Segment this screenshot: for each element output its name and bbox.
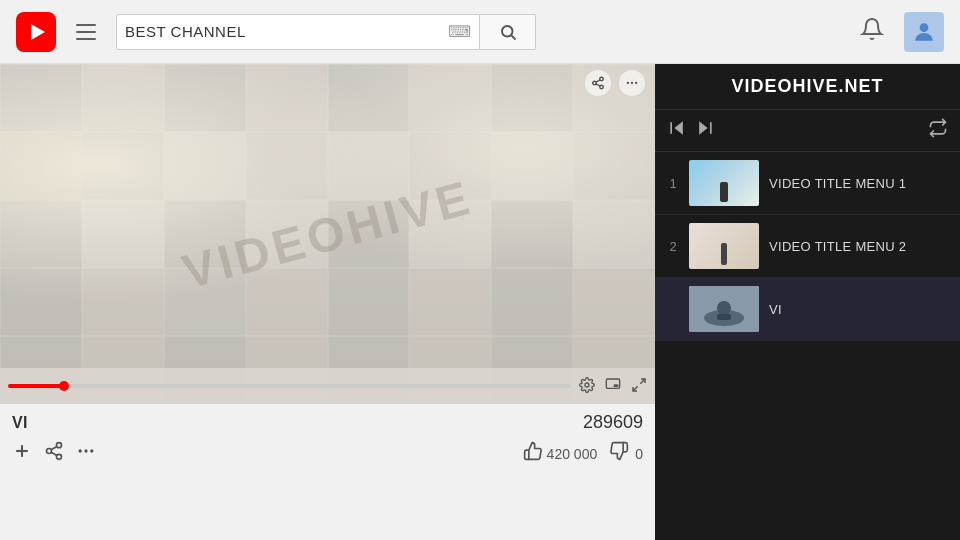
svg-point-19 bbox=[47, 449, 52, 454]
svg-point-11 bbox=[585, 383, 589, 387]
navbar: BEST CHANNEL ⌨ bbox=[0, 0, 960, 64]
playlist-title-3: VI bbox=[769, 302, 948, 317]
search-box[interactable]: BEST CHANNEL ⌨ bbox=[116, 14, 480, 50]
avatar-person-icon bbox=[911, 19, 937, 45]
svg-point-23 bbox=[79, 449, 82, 452]
share-overlay-icon[interactable] bbox=[585, 70, 611, 96]
svg-point-10 bbox=[635, 82, 637, 84]
settings-icon[interactable] bbox=[579, 377, 595, 396]
svg-line-6 bbox=[596, 84, 600, 86]
video-info: VI 289609 bbox=[0, 404, 655, 437]
progress-dot bbox=[59, 381, 69, 391]
video-controls bbox=[0, 368, 655, 404]
thumb-3-content bbox=[689, 286, 759, 332]
playlist-sidebar: VIDEOHIVE.NET bbox=[655, 64, 960, 540]
svg-point-20 bbox=[57, 454, 62, 459]
hamburger-menu[interactable] bbox=[68, 16, 104, 48]
play-triangle bbox=[31, 24, 45, 40]
notification-bell[interactable] bbox=[860, 17, 884, 47]
hamburger-line-3 bbox=[76, 38, 96, 40]
playlist-title-1: VIDEO TITLE MENU 1 bbox=[769, 176, 948, 191]
svg-line-21 bbox=[51, 452, 57, 455]
keyboard-icon: ⌨ bbox=[448, 22, 471, 41]
svg-marker-28 bbox=[699, 121, 707, 134]
more-button[interactable] bbox=[76, 441, 96, 466]
progress-fill bbox=[8, 384, 64, 388]
main-content: Videohive bbox=[0, 64, 960, 540]
progress-bar[interactable] bbox=[8, 384, 571, 388]
miniplayer-icon[interactable] bbox=[605, 377, 621, 396]
svg-line-7 bbox=[596, 80, 600, 82]
svg-point-18 bbox=[57, 443, 62, 448]
playlist-num-2: 2 bbox=[667, 239, 679, 254]
video-player[interactable]: Videohive bbox=[0, 64, 655, 404]
search-container: BEST CHANNEL ⌨ bbox=[116, 14, 536, 50]
action-right: 420 000 0 bbox=[523, 441, 643, 466]
playlist-controls bbox=[655, 110, 960, 152]
video-player-wrapper: Videohive bbox=[0, 64, 655, 404]
playlist-title-2: VIDEO TITLE MENU 2 bbox=[769, 239, 948, 254]
svg-rect-33 bbox=[717, 314, 731, 320]
video-overlay-icons bbox=[585, 70, 645, 96]
dislike-button[interactable] bbox=[609, 441, 629, 466]
user-avatar[interactable] bbox=[904, 12, 944, 52]
search-button[interactable] bbox=[480, 14, 536, 50]
svg-point-2 bbox=[920, 23, 929, 32]
svg-line-1 bbox=[511, 35, 515, 39]
hamburger-line-1 bbox=[76, 24, 96, 26]
action-bar: 420 000 0 bbox=[0, 437, 655, 470]
video-title: VI bbox=[12, 414, 28, 432]
like-button[interactable] bbox=[523, 441, 543, 466]
prev-icon[interactable] bbox=[667, 118, 687, 143]
playlist-thumb-1 bbox=[689, 160, 759, 206]
svg-point-3 bbox=[600, 77, 604, 81]
dislike-count: 0 bbox=[635, 446, 643, 462]
sidebar-title: VIDEOHIVE.NET bbox=[731, 76, 883, 96]
playlist-thumb-2 bbox=[689, 223, 759, 269]
playlist-item[interactable]: 1 VIDEO TITLE MENU 1 bbox=[655, 152, 960, 215]
like-section: 420 000 bbox=[523, 441, 598, 466]
svg-point-32 bbox=[717, 301, 731, 315]
more-overlay-icon[interactable] bbox=[619, 70, 645, 96]
playlist-thumb-3 bbox=[689, 286, 759, 332]
search-icon bbox=[499, 23, 517, 41]
repeat-icon[interactable] bbox=[928, 118, 948, 143]
youtube-logo[interactable] bbox=[16, 12, 56, 52]
toolbar-icons bbox=[579, 377, 647, 396]
thumb-2-figure bbox=[721, 243, 727, 265]
svg-point-4 bbox=[593, 81, 597, 85]
sidebar-header: VIDEOHIVE.NET bbox=[655, 64, 960, 110]
fullscreen-icon[interactable] bbox=[631, 377, 647, 396]
video-views: 289609 bbox=[583, 412, 643, 433]
svg-marker-26 bbox=[675, 121, 683, 134]
video-section: Videohive bbox=[0, 64, 655, 540]
svg-point-8 bbox=[627, 82, 629, 84]
like-count: 420 000 bbox=[547, 446, 598, 462]
playlist-num-1: 1 bbox=[667, 176, 679, 191]
svg-point-9 bbox=[631, 82, 633, 84]
svg-line-22 bbox=[51, 446, 57, 449]
search-input[interactable]: BEST CHANNEL bbox=[125, 23, 442, 40]
playlist-items: 1 VIDEO TITLE MENU 1 2 VIDEO TITLE MENU … bbox=[655, 152, 960, 540]
svg-point-5 bbox=[600, 85, 604, 89]
nav-right bbox=[860, 12, 944, 52]
playlist-item-active[interactable]: VI bbox=[655, 278, 960, 341]
svg-point-0 bbox=[502, 26, 513, 37]
svg-point-24 bbox=[84, 449, 87, 452]
svg-point-25 bbox=[90, 449, 93, 452]
add-button[interactable] bbox=[12, 441, 32, 466]
thumb-1-figure bbox=[720, 182, 728, 202]
video-center: Videohive bbox=[0, 64, 655, 404]
hamburger-line-2 bbox=[76, 31, 96, 33]
share-button[interactable] bbox=[44, 441, 64, 466]
watermark-text: Videohive bbox=[177, 169, 479, 299]
next-icon[interactable] bbox=[695, 118, 715, 143]
playlist-item[interactable]: 2 VIDEO TITLE MENU 2 bbox=[655, 215, 960, 278]
svg-rect-13 bbox=[614, 384, 619, 387]
action-left bbox=[12, 441, 96, 466]
